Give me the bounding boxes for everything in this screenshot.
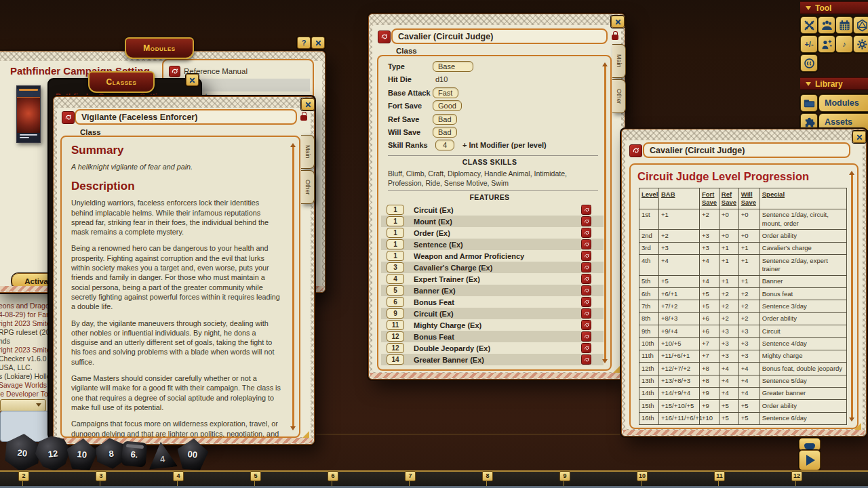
combat-tracker-button[interactable] <box>800 16 818 34</box>
sidebar-item-modules[interactable]: Modules <box>818 94 868 112</box>
module-record-icon[interactable] <box>169 66 180 77</box>
table-cell: +1 <box>738 275 760 287</box>
tab-other[interactable]: Other <box>612 79 626 113</box>
description-paragraph: Game Masters should consider carefully w… <box>71 373 283 412</box>
feature-link-icon[interactable] <box>581 239 591 249</box>
class-record-icon[interactable] <box>378 30 391 43</box>
feature-link-icon[interactable] <box>581 320 591 330</box>
feature-level-field[interactable]: 3 <box>387 262 404 272</box>
resize-handle[interactable] <box>854 423 861 430</box>
table-cell: +3 <box>699 242 719 254</box>
die-d6[interactable]: 6. <box>121 441 147 467</box>
table-cell: +1 <box>658 209 699 230</box>
feature-link-icon[interactable] <box>581 331 591 342</box>
class-name-field[interactable]: Cavalier (Circuit Judge) <box>643 142 850 158</box>
class-name-field[interactable]: Vigilante (Faceless Enforcer) <box>75 109 297 125</box>
tool-section-header[interactable]: Tool <box>800 1 868 14</box>
lock-icon[interactable] <box>612 35 618 40</box>
tab-main[interactable]: Main <box>612 44 626 78</box>
dice-tower-button[interactable] <box>853 16 868 34</box>
feature-name: Bonus Feat <box>414 298 581 306</box>
options-button[interactable] <box>853 35 868 53</box>
vigilante-class-window: Main Other Vigilante (Faceless Enforcer)… <box>53 96 315 445</box>
feature-link-icon[interactable] <box>581 205 591 215</box>
close-icon[interactable] <box>611 16 625 28</box>
scrollbar[interactable] <box>851 173 853 420</box>
help-button[interactable]: ? <box>297 37 311 49</box>
feature-link-icon[interactable] <box>581 343 591 353</box>
sounds-button[interactable]: ♪ <box>835 35 853 53</box>
table-cell: 11th <box>639 350 659 362</box>
play-button[interactable] <box>799 450 821 470</box>
feature-link-icon[interactable] <box>581 228 591 238</box>
feature-level-field[interactable]: 6 <box>387 297 404 307</box>
hotbar[interactable]: 23456789101112 <box>0 470 868 486</box>
tab-other[interactable]: Other <box>301 170 315 204</box>
stat-value-field[interactable]: 4 <box>435 140 454 150</box>
stat-value-field[interactable]: Bad <box>433 127 457 138</box>
modifiers-button[interactable]: +/- <box>800 35 818 53</box>
feature-level-field[interactable]: 5 <box>387 285 404 296</box>
module-cover-thumbnail[interactable] <box>16 85 41 143</box>
close-icon[interactable] <box>311 37 325 49</box>
feature-level-field[interactable]: 11 <box>387 320 404 330</box>
feature-level-field[interactable]: 4 <box>387 274 404 284</box>
class-name-field[interactable]: Cavalier (Circuit Judge) <box>391 28 608 44</box>
table-cell: Sentence 4/day <box>760 338 846 350</box>
close-icon[interactable] <box>852 131 866 143</box>
effects-icon <box>821 38 833 51</box>
tab-main[interactable]: Main <box>301 135 315 169</box>
scrollbar[interactable] <box>604 64 606 361</box>
resize-handle[interactable] <box>302 431 309 438</box>
feature-level-field[interactable]: 12 <box>387 331 404 342</box>
table-row: 12th+12/+7/+2+8+4+4Bonus feat, double je… <box>639 363 847 375</box>
feature-link-icon[interactable] <box>581 251 591 261</box>
table-row: 6th+6/+1+5+2+2Bonus feat <box>639 288 847 300</box>
feature-link-icon[interactable] <box>581 354 591 365</box>
close-icon[interactable] <box>301 98 315 110</box>
classes-window-tab[interactable]: Classes <box>88 71 155 93</box>
feature-level-field[interactable]: 1 <box>387 239 404 249</box>
class-record-icon[interactable] <box>62 111 75 124</box>
feature-level-field[interactable]: 9 <box>387 308 404 319</box>
hotbar-slot-number: 5 <box>250 471 261 481</box>
table-row: 2nd+2+3+0+0Order ability <box>639 230 847 242</box>
feature-link-icon[interactable] <box>581 308 591 319</box>
feature-link-icon[interactable] <box>581 285 591 296</box>
scrollbar[interactable] <box>292 145 294 428</box>
feature-row: 1Sentence (Ex) <box>381 239 604 250</box>
class-record-icon[interactable] <box>629 144 642 157</box>
feature-level-field[interactable]: 1 <box>387 205 404 215</box>
feature-level-field[interactable]: 1 <box>387 216 404 226</box>
tokens-button[interactable] <box>800 54 818 72</box>
stat-label: Hit Die <box>388 75 412 83</box>
hotbar-slot-number: 7 <box>405 471 416 481</box>
feature-link-icon[interactable] <box>581 216 591 226</box>
modules-window-tab[interactable]: Modules <box>125 37 194 59</box>
library-section-header[interactable]: Library <box>800 77 868 90</box>
calendar-button[interactable] <box>835 16 853 34</box>
feature-level-field[interactable]: 1 <box>387 228 404 238</box>
chat-speaker-dropdown[interactable] <box>0 399 46 411</box>
stat-value-field[interactable]: Good <box>433 100 462 111</box>
stat-value-field[interactable]: Fast <box>433 87 458 98</box>
die-face-value: 4 <box>159 453 165 464</box>
table-cell: +0 <box>738 230 760 242</box>
feature-level-field[interactable]: 12 <box>387 343 404 353</box>
table-cell: +6/+1 <box>658 288 699 300</box>
feature-link-icon[interactable] <box>581 297 591 307</box>
stat-value-field[interactable]: Base <box>433 61 473 72</box>
resize-handle[interactable] <box>613 366 620 373</box>
feature-link-icon[interactable] <box>581 274 591 284</box>
party-sheet-button[interactable] <box>818 16 835 34</box>
feature-link-icon[interactable] <box>581 262 591 272</box>
hotbar-toggle-button[interactable] <box>799 438 821 451</box>
lock-icon[interactable] <box>300 115 307 121</box>
feature-level-field[interactable]: 1 <box>387 251 404 261</box>
feature-level-field[interactable]: 14 <box>387 354 404 365</box>
effects-button[interactable] <box>818 35 835 53</box>
stat-value-field[interactable]: Bad <box>433 114 457 125</box>
close-icon[interactable] <box>186 74 199 86</box>
modules-icon-button[interactable] <box>800 94 818 112</box>
table-cell: 15th <box>639 400 659 412</box>
